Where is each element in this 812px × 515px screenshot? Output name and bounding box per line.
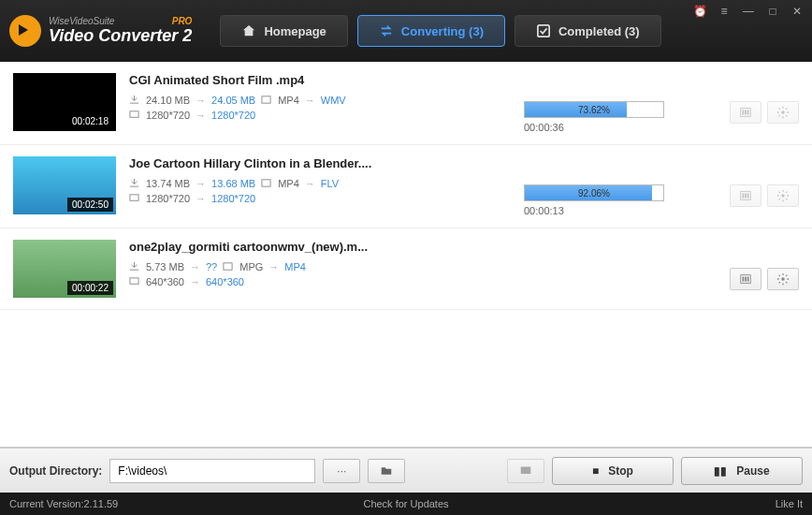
item-title: CGI Animated Short Film .mp4 — [129, 73, 511, 87]
pro-badge: PRO — [172, 16, 193, 26]
list-item[interactable]: 00:00:22 one2play_gormiti cartoonwmv_(ne… — [0, 228, 812, 310]
titlebar: WiseVideoSuite PRO Video Converter 2 Hom… — [0, 0, 812, 62]
video-thumbnail[interactable]: 00:00:22 — [13, 240, 116, 298]
edit-button[interactable] — [730, 184, 761, 207]
format-in: MP4 — [278, 95, 299, 106]
pause-icon: ▮▮ — [714, 464, 727, 478]
svg-rect-4 — [743, 110, 745, 114]
logo-icon — [9, 15, 41, 47]
arrow-icon: → — [196, 178, 206, 189]
progress-column: 73.62% 00:00:36 — [524, 73, 702, 133]
svg-rect-18 — [743, 276, 745, 281]
tab-label: Converting (3) — [401, 24, 484, 38]
list-item[interactable]: 00:02:50 Joe Cartoon Hillary Clinton in … — [0, 145, 812, 228]
svg-rect-16 — [130, 278, 138, 284]
preview-button[interactable] — [507, 459, 544, 483]
progress-column — [524, 240, 702, 268]
arrow-icon: → — [190, 261, 200, 272]
arrow-icon: → — [190, 276, 200, 287]
svg-rect-11 — [743, 193, 745, 198]
stop-label: Stop — [608, 464, 633, 478]
svg-rect-12 — [745, 193, 747, 198]
like-it-link[interactable]: Like It — [776, 498, 803, 509]
conversion-list: 00:02:18 CGI Animated Short Film .mp4 24… — [0, 62, 812, 448]
resolution-out: 1280*720 — [211, 110, 255, 121]
item-actions — [715, 73, 799, 124]
svg-rect-19 — [745, 276, 747, 281]
item-actions — [715, 156, 799, 207]
resolution-out: 1280*720 — [211, 193, 255, 204]
arrow-icon: → — [196, 193, 206, 204]
edit-button[interactable] — [730, 268, 761, 290]
size-in: 13.74 MB — [146, 178, 190, 189]
resolution-icon — [129, 276, 140, 287]
arrow-icon: → — [305, 178, 315, 189]
duration-badge: 00:02:18 — [67, 114, 113, 128]
app-logo: WiseVideoSuite PRO Video Converter 2 — [9, 15, 192, 47]
minimize-button[interactable]: — — [741, 4, 756, 19]
close-button[interactable]: ✕ — [790, 4, 805, 19]
progress-text: 73.62% — [525, 102, 663, 119]
svg-point-21 — [781, 277, 785, 281]
item-info: one2play_gormiti cartoonwmv_(new).m... 5… — [129, 240, 511, 291]
video-thumbnail[interactable]: 00:02:18 — [13, 73, 116, 131]
download-icon — [129, 95, 140, 106]
format-icon — [261, 95, 272, 106]
format-icon — [223, 261, 234, 272]
pause-label: Pause — [736, 464, 769, 478]
svg-point-7 — [781, 110, 785, 114]
pause-button[interactable]: ▮▮ Pause — [681, 457, 803, 485]
item-info: CGI Animated Short Film .mp4 24.10 MB → … — [129, 73, 511, 125]
tab-label: Homepage — [264, 24, 326, 38]
size-in: 24.10 MB — [146, 95, 190, 106]
item-title: one2play_gormiti cartoonwmv_(new).m... — [129, 240, 511, 254]
tab-homepage[interactable]: Homepage — [220, 15, 347, 47]
check-updates-link[interactable]: Check for Updates — [363, 498, 448, 509]
item-title: Joe Cartoon Hillary Clinton in a Blender… — [129, 156, 511, 170]
settings-button[interactable] — [767, 184, 799, 207]
progress-column: 92.06% 00:00:13 — [524, 156, 702, 216]
svg-rect-2 — [130, 111, 138, 117]
edit-button[interactable] — [730, 101, 761, 124]
stop-button[interactable]: ■ Stop — [552, 457, 674, 485]
resolution-in: 1280*720 — [146, 110, 190, 121]
version-label: Current Version: — [9, 498, 83, 509]
item-info: Joe Cartoon Hillary Clinton in a Blender… — [129, 156, 511, 208]
duration-badge: 00:02:50 — [67, 198, 113, 212]
list-item[interactable]: 00:02:18 CGI Animated Short Film .mp4 24… — [0, 62, 812, 145]
bottom-bar: Output Directory: ··· ■ Stop ▮▮ Pause — [0, 448, 812, 493]
maximize-button[interactable]: □ — [765, 4, 780, 19]
format-out: MP4 — [284, 261, 306, 272]
size-in: 5.73 MB — [146, 261, 184, 272]
format-icon — [261, 178, 272, 189]
main-tabs: Homepage Converting (3) Completed (3) — [220, 15, 660, 47]
home-icon — [241, 23, 256, 38]
window-controls: ⏰ ≡ — □ ✕ — [692, 4, 805, 19]
output-label: Output Directory: — [9, 464, 102, 478]
settings-button[interactable] — [767, 268, 799, 290]
settings-button[interactable] — [767, 101, 799, 124]
size-out: ?? — [206, 261, 217, 272]
format-in: MP4 — [278, 178, 299, 189]
tab-completed[interactable]: Completed (3) — [515, 15, 661, 47]
svg-rect-6 — [747, 110, 749, 114]
convert-icon — [379, 23, 394, 38]
download-icon — [129, 178, 140, 189]
open-folder-button[interactable] — [368, 459, 405, 483]
item-actions — [715, 240, 799, 290]
menu-icon[interactable]: ≡ — [717, 4, 732, 19]
check-icon — [536, 23, 551, 38]
alarm-icon[interactable]: ⏰ — [692, 4, 707, 19]
format-in: MPG — [239, 261, 263, 272]
svg-rect-22 — [521, 466, 531, 474]
time-remaining: 00:00:13 — [524, 205, 702, 216]
resolution-out: 640*360 — [206, 276, 244, 287]
browse-button[interactable]: ··· — [323, 459, 360, 483]
tab-converting[interactable]: Converting (3) — [357, 15, 505, 47]
svg-rect-8 — [262, 180, 270, 186]
output-path-input[interactable] — [109, 459, 315, 483]
video-thumbnail[interactable]: 00:02:50 — [13, 156, 116, 214]
arrow-icon: → — [268, 261, 279, 272]
svg-rect-1 — [262, 96, 270, 103]
svg-rect-9 — [130, 195, 138, 200]
